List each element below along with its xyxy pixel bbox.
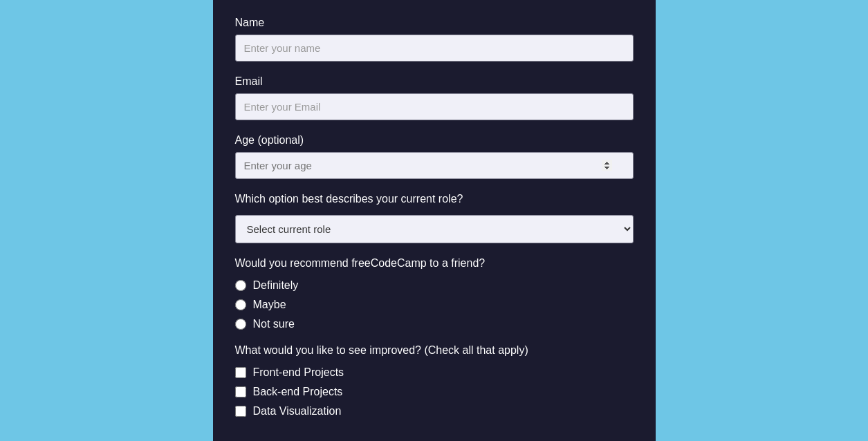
recommend-notsure-radio[interactable] [235, 319, 246, 330]
recommend-maybe-label: Maybe [253, 299, 286, 311]
recommend-definitely-radio[interactable] [235, 280, 246, 291]
improvements-frontend-option: Front-end Projects [235, 366, 634, 379]
role-label: Which option best describes your current… [235, 193, 634, 205]
age-input-wrapper [235, 152, 634, 179]
recommend-definitely-option: Definitely [235, 279, 634, 292]
name-input[interactable] [235, 35, 634, 62]
name-field-group: Name [235, 17, 634, 62]
recommend-label: Would you recommend freeCodeCamp to a fr… [235, 257, 634, 270]
improvements-datavis-label: Data Visualization [253, 405, 342, 417]
improvements-backend-option: Back-end Projects [235, 386, 634, 398]
role-select[interactable]: Select current role Student Full Stack D… [235, 215, 634, 243]
recommend-definitely-label: Definitely [253, 279, 299, 292]
email-field-group: Email [235, 75, 634, 120]
improvements-frontend-label: Front-end Projects [253, 366, 344, 379]
recommend-maybe-radio[interactable] [235, 299, 246, 310]
age-label: Age (optional) [235, 134, 634, 147]
form-container: Name Email Age (optional) Which option b… [213, 0, 656, 441]
improvements-backend-label: Back-end Projects [253, 386, 343, 398]
recommend-notsure-option: Not sure [235, 318, 634, 330]
name-label: Name [235, 17, 634, 29]
email-input[interactable] [235, 93, 634, 120]
age-input[interactable] [235, 152, 634, 179]
recommend-notsure-label: Not sure [253, 318, 295, 330]
improvements-datavis-option: Data Visualization [235, 405, 634, 417]
improvements-frontend-checkbox[interactable] [235, 367, 246, 378]
age-field-group: Age (optional) [235, 134, 634, 179]
improvements-label: What would you like to see improved? (Ch… [235, 344, 634, 357]
role-field-group: Which option best describes your current… [235, 193, 634, 243]
recommend-field-group: Would you recommend freeCodeCamp to a fr… [235, 257, 634, 330]
improvements-backend-checkbox[interactable] [235, 386, 246, 397]
improvements-field-group: What would you like to see improved? (Ch… [235, 344, 634, 417]
recommend-maybe-option: Maybe [235, 299, 634, 311]
improvements-datavis-checkbox[interactable] [235, 406, 246, 417]
email-label: Email [235, 75, 634, 88]
